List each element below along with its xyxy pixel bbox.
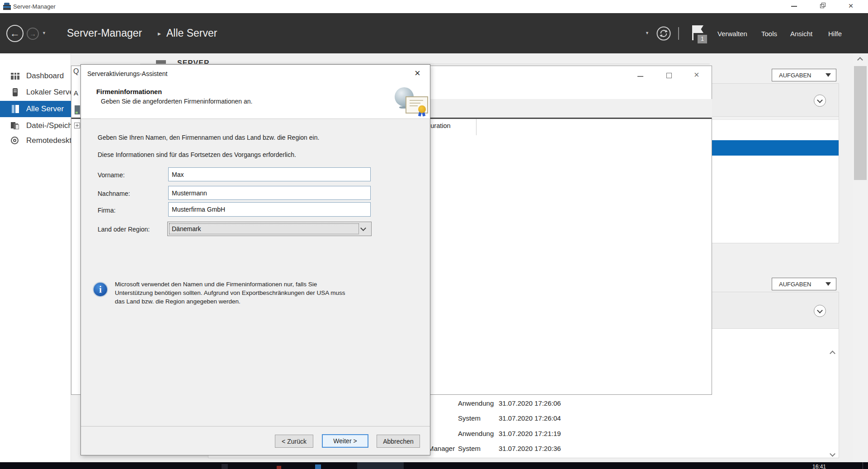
nachname-input[interactable]: [168, 186, 371, 200]
back-button[interactable]: ←: [6, 25, 24, 42]
tasks-caret-icon: [826, 73, 831, 77]
main-scrollbar[interactable]: [853, 53, 868, 462]
server-list: [710, 117, 839, 243]
tab-separator: [476, 119, 476, 135]
header-dropdown-caret-icon[interactable]: ▼: [645, 31, 649, 35]
search-icon: Q: [73, 67, 79, 76]
event-date: 31.07.2020 17:26:06: [499, 399, 561, 407]
intro-text-1: Geben Sie Ihren Namen, den Firmennamen u…: [98, 134, 319, 141]
server-panel-header: [710, 83, 839, 117]
menu-ansicht[interactable]: Ansicht: [790, 30, 812, 38]
app-header: ← → ▼ Server-Manager ▸ Alle Server ▼ 1 V…: [0, 13, 868, 53]
taskbar-active-app[interactable]: [357, 462, 404, 469]
wizard-header: Serveraktivierungs-Assistent × Firmeninf…: [81, 65, 430, 119]
main-titlebar: Server-Manager ×: [0, 0, 868, 13]
taskbar[interactable]: 16:41: [0, 462, 868, 469]
breadcrumb-current: Alle Server: [166, 27, 217, 39]
land-region-value: Dänemark: [172, 225, 201, 232]
expand-plus-icon[interactable]: [74, 123, 80, 128]
wizard-step-subheading: Geben Sie die angeforderten Firmeninform…: [101, 98, 252, 105]
collapse-chevron-icon[interactable]: [814, 95, 826, 107]
taskbar-icon[interactable]: [315, 464, 321, 469]
events-panel-header: [710, 292, 839, 329]
abbrechen-button[interactable]: Abbrechen: [377, 435, 420, 448]
notification-flag-icon[interactable]: 1: [692, 25, 708, 49]
close-button[interactable]: ×: [844, 0, 858, 12]
event-source: Manager: [428, 445, 455, 452]
tasks-caret-icon: [826, 282, 831, 286]
wizard-step-heading: Firmeninformationen: [96, 88, 162, 95]
close-button[interactable]: ×: [694, 70, 699, 80]
taskbar-icon[interactable]: [222, 464, 228, 469]
taskbar-icon[interactable]: [277, 466, 281, 469]
scroll-down-icon[interactable]: [830, 451, 835, 457]
info-text-line2: Unterstützung benötigen sollten. Aufgrun…: [115, 289, 345, 296]
selected-server-row[interactable]: [711, 140, 839, 156]
refresh-icon[interactable]: [656, 26, 671, 41]
intro-text-2: Diese Informationen sind für das Fortset…: [98, 151, 296, 158]
server-list-header: [710, 117, 839, 120]
menu-tools[interactable]: Tools: [761, 30, 777, 38]
certificate-globe-icon: [395, 86, 430, 117]
zurueck-button[interactable]: < Zurück: [275, 435, 313, 448]
server-icon: [75, 105, 80, 114]
tasks-button-server[interactable]: AUFGABEN: [772, 69, 836, 81]
restore-button[interactable]: [816, 0, 830, 12]
event-log: Anwendung: [458, 430, 494, 437]
maximize-button[interactable]: [666, 73, 672, 78]
taskbar-divider: [863, 462, 863, 469]
scroll-up-icon[interactable]: [857, 57, 863, 63]
sidebar-item-dashboard[interactable]: Dashboard: [0, 68, 71, 84]
event-log: System: [458, 414, 481, 422]
nav-dropdown-caret-icon[interactable]: ▼: [42, 31, 46, 35]
minimize-button[interactable]: [788, 0, 801, 12]
minimize-button[interactable]: [637, 76, 643, 77]
local-server-icon: [11, 88, 20, 96]
land-region-select[interactable]: Dänemark: [167, 222, 372, 236]
info-text-line1: Microsoft verwendet den Namen und die Fi…: [115, 281, 317, 288]
chevron-down-icon: [360, 225, 366, 231]
event-date: 31.07.2020 17:26:04: [499, 414, 561, 422]
label-nachname: Nachname:: [98, 190, 130, 197]
sidebar: Dashboard Lokaler Server Alle Server Dat…: [0, 53, 71, 462]
sidebar-item-alle-server[interactable]: Alle Server: [0, 101, 71, 117]
firma-input[interactable]: [168, 202, 371, 217]
menu-verwalten[interactable]: Verwalten: [717, 30, 747, 38]
partial-text: A: [74, 89, 78, 97]
sidebar-item-remotedesktopdienste[interactable]: Remotedesktopdienste: [0, 133, 71, 149]
server-manager-logo-icon: [3, 3, 11, 10]
wizard-footer: < Zurück Weiter > Abbrechen: [81, 426, 430, 455]
event-log: Anwendung: [458, 399, 494, 407]
info-icon: i: [93, 282, 108, 297]
collapse-chevron-icon[interactable]: [814, 305, 826, 317]
server-activation-wizard: Serveraktivierungs-Assistent × Firmeninf…: [80, 64, 430, 455]
file-storage-icon: [11, 122, 20, 130]
event-date: 31.07.2020 17:20:36: [499, 445, 561, 452]
wizard-close-button[interactable]: ×: [415, 67, 420, 79]
breadcrumb-root[interactable]: Server-Manager: [67, 27, 142, 39]
notification-badge: 1: [698, 35, 707, 43]
sidebar-item-lokaler-server[interactable]: Lokaler Server: [0, 84, 71, 100]
scroll-up-icon[interactable]: [830, 351, 835, 356]
event-date: 31.07.2020 17:21:19: [499, 430, 561, 437]
label-firma: Firma:: [98, 207, 116, 214]
forward-button[interactable]: →: [27, 28, 39, 40]
dashboard-icon: [11, 73, 19, 80]
window-title: Server-Manager: [13, 3, 56, 10]
header-divider: [678, 27, 679, 40]
info-text-line3: das Land bzw. die Region angegeben werde…: [115, 298, 241, 305]
wizard-body: Geben Sie Ihren Namen, den Firmennamen u…: [81, 119, 430, 426]
tasks-button-events[interactable]: AUFGABEN: [772, 278, 836, 290]
sidebar-item-datei-speicherdienste[interactable]: Datei-/Speicherdienste: [0, 118, 71, 134]
weiter-button[interactable]: Weiter >: [322, 434, 368, 448]
label-land-oder-region: Land oder Region:: [98, 226, 150, 233]
wizard-title: Serveraktivierungs-Assistent: [87, 70, 167, 77]
breadcrumb-separator-icon: ▸: [158, 30, 161, 37]
label-vorname: Vorname:: [98, 171, 125, 179]
menu-hilfe[interactable]: Hilfe: [828, 30, 842, 38]
vorname-input[interactable]: [168, 167, 371, 181]
scrollbar-thumb[interactable]: [854, 66, 867, 180]
all-servers-icon: [11, 105, 20, 113]
remote-desktop-icon: [11, 137, 19, 144]
event-log: System: [458, 445, 481, 452]
